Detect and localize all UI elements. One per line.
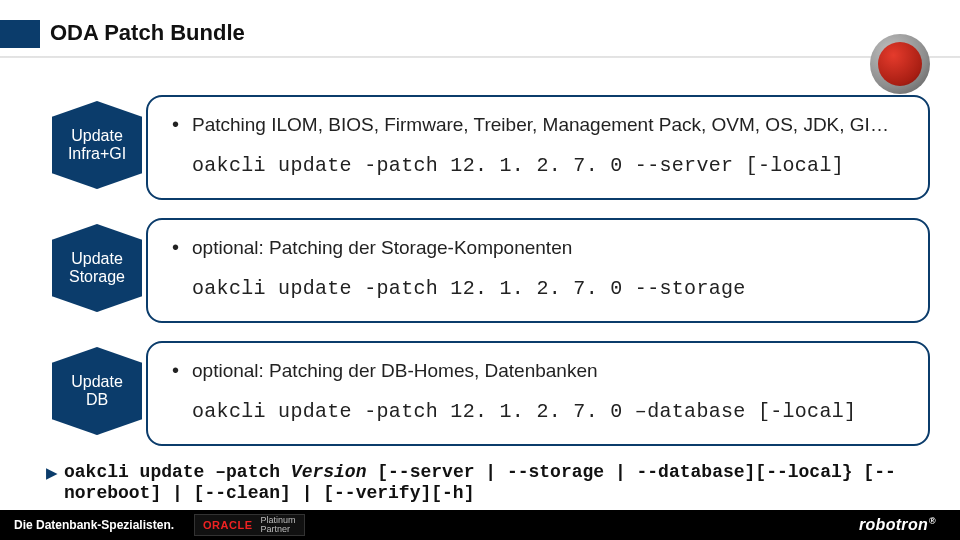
partner-badge bbox=[870, 34, 930, 94]
footer-tagline: Die Datenbank-Spezialisten. bbox=[0, 518, 174, 532]
step-infra-gi: Update Infra+GI Patching ILOM, BIOS, Fir… bbox=[50, 95, 930, 200]
step-bullet: Patching ILOM, BIOS, Firmware, Treiber, … bbox=[192, 114, 908, 136]
header: ODA Patch Bundle bbox=[0, 24, 960, 64]
step-bubble: optional: Patching der DB-Homes, Datenba… bbox=[146, 341, 930, 446]
step-bubble: optional: Patching der Storage-Komponent… bbox=[146, 218, 930, 323]
steps-list: Update Infra+GI Patching ILOM, BIOS, Fir… bbox=[50, 95, 930, 464]
robotron-logo: robotron® bbox=[859, 516, 936, 534]
oracle-logo-text: ORACLE bbox=[203, 519, 252, 531]
step-label: Update Infra+GI bbox=[68, 127, 126, 164]
step-bullet: optional: Patching der DB-Homes, Datenba… bbox=[192, 360, 908, 382]
step-command: oakcli update -patch 12. 1. 2. 7. 0 --se… bbox=[192, 154, 908, 177]
oracle-partner-badge: ORACLE Platinum Partner bbox=[194, 514, 304, 536]
step-bullet: optional: Patching der Storage-Komponent… bbox=[192, 237, 908, 259]
syntax-version-placeholder: Version bbox=[291, 462, 367, 482]
step-command: oakcli update -patch 12. 1. 2. 7. 0 –dat… bbox=[192, 400, 908, 423]
header-accent-block bbox=[0, 20, 40, 48]
syntax-text: oakcli update –patch Version [--server |… bbox=[64, 462, 930, 504]
header-divider bbox=[0, 56, 960, 58]
step-label: Update Storage bbox=[69, 250, 125, 287]
syntax-prefix: oakcli update –patch bbox=[64, 462, 291, 482]
slide: ODA Patch Bundle Update Infra+GI Patchin… bbox=[0, 0, 960, 540]
bullet-arrow-icon: ▶ bbox=[46, 462, 64, 504]
syntax-line: ▶ oakcli update –patch Version [--server… bbox=[46, 462, 930, 504]
step-db: Update DB optional: Patching der DB-Home… bbox=[50, 341, 930, 446]
step-chevron: Update Infra+GI bbox=[52, 101, 142, 189]
step-storage: Update Storage optional: Patching der St… bbox=[50, 218, 930, 323]
step-label: Update DB bbox=[71, 373, 123, 410]
step-chevron: Update DB bbox=[52, 347, 142, 435]
footer: Die Datenbank-Spezialisten. ORACLE Plati… bbox=[0, 510, 960, 540]
oracle-partner-level: Platinum Partner bbox=[261, 516, 296, 534]
registered-icon: ® bbox=[929, 516, 936, 526]
page-title: ODA Patch Bundle bbox=[50, 20, 245, 46]
robotron-logo-text: robotron bbox=[859, 516, 928, 533]
step-bubble: Patching ILOM, BIOS, Firmware, Treiber, … bbox=[146, 95, 930, 200]
step-command: oakcli update -patch 12. 1. 2. 7. 0 --st… bbox=[192, 277, 908, 300]
step-chevron: Update Storage bbox=[52, 224, 142, 312]
